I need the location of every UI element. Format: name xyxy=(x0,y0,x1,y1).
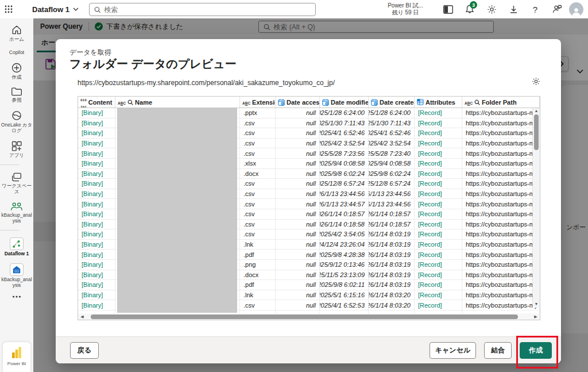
column-header-attributes: Attributes xyxy=(415,97,462,108)
vertical-scrollbar[interactable]: ▲ ▼ xyxy=(532,108,540,308)
powerbi-product-card[interactable]: Power BI xyxy=(3,342,30,372)
cell-content: [Binary] xyxy=(78,250,115,259)
cell-folder-path: https://cybozustartups-my.sha xyxy=(462,240,540,250)
cell-date-created: 2026/1/14 8:03:19 xyxy=(369,240,415,250)
cell-date-accessed: null xyxy=(276,148,320,158)
cell-attributes: [Record] xyxy=(415,159,462,168)
onelake-icon xyxy=(11,110,22,121)
cell-date-created: 2026/1/14 8:03:19 xyxy=(369,250,415,259)
cell-date-created: 2026/1/14 8:03:20 xyxy=(369,290,415,300)
global-search-box[interactable] xyxy=(89,3,316,16)
cell-date-created: 2026/1/14 0:18:57 xyxy=(369,209,415,219)
cell-date-created: 2025/9/8 6:02:24 xyxy=(369,169,415,179)
scroll-up-icon[interactable]: ▲ xyxy=(535,108,539,114)
cell-content: [Binary] xyxy=(78,179,115,189)
cell-extension: .csv xyxy=(240,209,276,219)
sidebar-item-lakehouse-kbackup[interactable]: kBackup_analysis xyxy=(0,263,33,289)
cell-date-accessed: null xyxy=(276,209,320,219)
back-button[interactable]: 戻る xyxy=(70,342,99,359)
vertical-scroll-thumb[interactable] xyxy=(534,114,539,150)
notification-badge: 3 xyxy=(470,1,477,9)
cell-extension: .csv xyxy=(240,300,276,310)
create-icon xyxy=(11,62,22,74)
cell-date-created: 2026/1/14 8:03:19 xyxy=(369,270,415,280)
cancel-button[interactable]: キャンセル xyxy=(430,342,476,359)
side-pane-toggle-icon[interactable] xyxy=(437,0,459,18)
powerbi-logo-icon xyxy=(10,347,23,359)
sidebar-item-apps[interactable]: アプリ xyxy=(0,140,33,159)
cell-extension: .csv xyxy=(240,148,276,158)
column-label: Attributes xyxy=(425,99,455,106)
cell-date-modified: 2025/11/5 23:13:09 xyxy=(320,270,369,280)
horizontal-scrollbar[interactable]: ◀ ▶ xyxy=(78,313,540,320)
column-label: Name xyxy=(135,99,152,106)
cell-date-accessed: null xyxy=(276,290,320,300)
cell-folder-path: https://cybozustartups-my.sha xyxy=(462,118,540,128)
cell-date-created: 2026/1/13 23:44:56 xyxy=(369,189,415,199)
cell-date-created: 2026/1/14 0:18:57 xyxy=(369,220,415,229)
cell-attributes: [Record] xyxy=(415,209,462,219)
cell-extension: .csv xyxy=(240,229,276,239)
cell-attributes: [Record] xyxy=(415,280,462,290)
sidebar-item-workspace-kbackup[interactable]: kBackup_analysis xyxy=(0,201,33,224)
sidebar-item-label: アプリ xyxy=(9,153,25,159)
cell-date-modified: 2025/4/2 3:52:54 xyxy=(320,139,369,148)
cell-date-created: 2025/1/30 7:11:43 xyxy=(369,118,415,128)
sidebar-item-browse[interactable]: 参照 xyxy=(0,86,33,103)
cell-date-accessed: null xyxy=(276,139,320,148)
settings-gear-icon[interactable] xyxy=(481,0,502,18)
sidebar-item-home[interactable]: ホーム xyxy=(0,24,33,43)
cell-extension: .csv xyxy=(240,199,276,209)
global-search-input[interactable] xyxy=(104,6,311,14)
sidebar-item-workspaces[interactable]: ワークスペース xyxy=(0,172,33,195)
cell-content: [Binary] xyxy=(78,189,115,199)
name-column-redaction xyxy=(117,108,237,313)
cell-attributes: [Record] xyxy=(415,270,462,280)
cell-date-accessed: null xyxy=(276,260,320,270)
cell-extension: .csv xyxy=(240,189,276,199)
cell-attributes: [Record] xyxy=(415,179,462,189)
cell-date-created: 2025/12/8 6:57:24 xyxy=(369,179,415,189)
cell-date-created: 2025/5/28 7:23:40 xyxy=(369,148,415,158)
waffle-menu-icon[interactable] xyxy=(0,0,17,18)
cell-content: [Binary] xyxy=(78,280,115,290)
scroll-right-icon[interactable]: ▶ xyxy=(532,315,540,319)
sidebar-item-create[interactable]: 作成 xyxy=(0,62,33,80)
column-header-date-accessed: Date accessed xyxy=(276,97,320,108)
top-bar: Dataflow 1 Power BI 試... 残り 59 日 3 xyxy=(0,0,588,18)
cell-folder-path: https://cybozustartups-my.sha xyxy=(462,270,540,280)
notifications-bell-icon[interactable]: 3 xyxy=(459,0,481,18)
left-navigation-sidebar: ホームCopilot作成参照OneLake カタログアプリワークスペースkBac… xyxy=(0,18,33,372)
sidebar-item-copilot[interactable]: Copilot xyxy=(0,49,33,56)
feedback-icon[interactable] xyxy=(546,0,568,18)
help-icon[interactable]: ? xyxy=(524,0,546,18)
scroll-down-icon[interactable]: ▼ xyxy=(535,301,539,307)
horizontal-scroll-thumb[interactable] xyxy=(91,315,518,319)
cell-folder-path: https://cybozustartups-my.sha xyxy=(462,159,540,168)
cell-date-modified: 2025/9/8 4:28:38 xyxy=(320,250,369,259)
column-header-name: ABCName xyxy=(115,97,240,108)
preview-settings-gear-icon[interactable] xyxy=(532,77,540,86)
scroll-left-icon[interactable]: ◀ xyxy=(78,315,86,319)
search-icon xyxy=(474,99,480,105)
dialog-title: フォルダー データのプレビュー xyxy=(69,56,237,72)
sidebar-item-dataflow-1[interactable]: Dataflow 1 xyxy=(0,237,33,257)
cell-attributes: [Record] xyxy=(415,199,462,209)
combine-button[interactable]: 結合 xyxy=(484,342,512,359)
sidebar-item-more[interactable] xyxy=(0,295,33,298)
app-title-menu[interactable]: Dataflow 1 xyxy=(32,5,79,14)
sidebar-item-onelake[interactable]: OneLake カタログ xyxy=(0,110,33,134)
cell-content: [Binary] xyxy=(78,229,115,239)
create-button[interactable]: 作成 xyxy=(520,342,552,359)
cell-extension: .pptx xyxy=(240,108,276,118)
cell-folder-path: https://cybozustartups-my.sha xyxy=(462,128,540,138)
cell-date-created: 2025/9/4 0:08:58 xyxy=(369,159,415,168)
download-icon[interactable] xyxy=(502,0,524,18)
people-icon xyxy=(10,201,23,212)
trial-status: Power BI 試... 残り 59 日 xyxy=(381,2,430,16)
user-avatar[interactable] xyxy=(569,2,583,17)
sidebar-divider xyxy=(0,164,20,165)
cell-folder-path: https://cybozustartups-my.sha xyxy=(462,169,540,179)
cell-attributes: [Record] xyxy=(415,250,462,259)
record-type-icon xyxy=(417,99,424,105)
